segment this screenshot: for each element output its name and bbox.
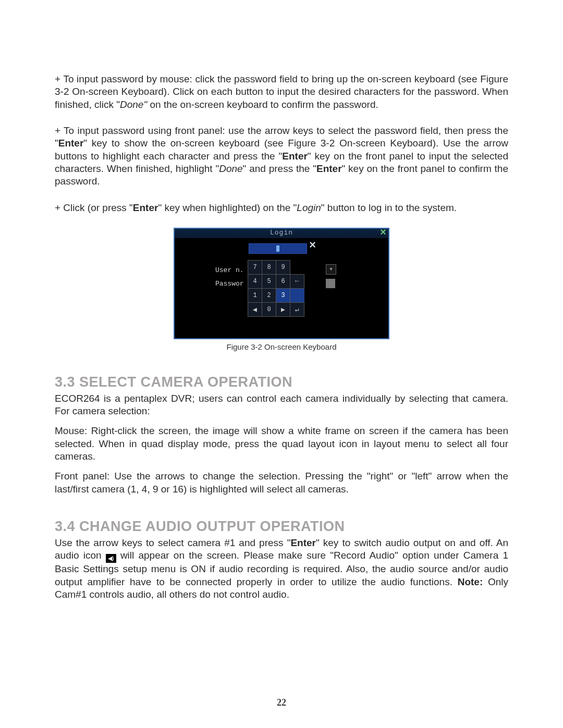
key-9[interactable]: 9 — [276, 260, 290, 274]
text-enter: Enter — [58, 138, 84, 149]
para-input-by-front-panel: + To input password using front panel: u… — [55, 125, 508, 188]
heading-3-3: 3.3 SELECT CAMERA OPERATION — [55, 374, 508, 390]
key-7[interactable]: 7 — [248, 260, 262, 274]
dropdown-icon[interactable]: ▾ — [326, 264, 336, 275]
audio-icon: ◀) — [106, 554, 116, 563]
text: + Click (or press " — [55, 202, 133, 213]
text: Use the arrow keys to select camera #1 a… — [55, 537, 290, 548]
key-enter-icon[interactable]: ↵ — [290, 302, 304, 316]
close-icon[interactable]: × — [380, 228, 386, 239]
key-6[interactable]: 6 — [276, 274, 290, 288]
text: " and press the " — [243, 163, 316, 174]
login-titlebar: Login × — [175, 229, 388, 238]
login-title: Login — [175, 229, 388, 237]
heading-3-4: 3.4 CHANGE AUDIO OUTPUT OPERATION — [55, 519, 508, 535]
key-0[interactable]: 0 — [262, 302, 276, 316]
keypad-close-icon[interactable]: × — [309, 239, 316, 252]
figure-caption: Figure 3-2 On-screen Keyboard — [55, 342, 508, 351]
key-4[interactable]: 4 — [248, 274, 262, 288]
key-blank — [290, 260, 304, 274]
text-enter: Enter — [282, 151, 308, 162]
text: will appear on the screen. Please make s… — [55, 550, 508, 587]
para-34: Use the arrow keys to select camera #1 a… — [55, 537, 508, 601]
document-page: + To input password by mouse: click the … — [0, 0, 563, 728]
password-textfield[interactable] — [249, 243, 307, 254]
text-enter: Enter — [316, 163, 342, 174]
text: " button to log in to the system. — [321, 202, 457, 213]
key-backspace-icon[interactable]: ← — [290, 274, 304, 288]
keypad: 7 8 9 4 5 6 ← 1 2 3 — [248, 260, 304, 317]
text-done: Done" — [120, 99, 147, 110]
key-right-icon[interactable]: ▶ — [276, 302, 290, 316]
para-33c: Front panel: Use the arrows to change th… — [55, 470, 508, 496]
text: " key when highlighted) on the " — [158, 202, 297, 213]
key-5[interactable]: 5 — [262, 274, 276, 288]
page-number: 22 — [0, 697, 563, 708]
key-left-icon[interactable]: ◀ — [248, 302, 262, 316]
label-user: User n. — [215, 266, 244, 274]
key-2[interactable]: 2 — [262, 288, 276, 302]
key-blank-highlight — [290, 288, 304, 302]
text-enter: Enter — [290, 537, 316, 548]
text: on the on-screen keyboard to confirm the… — [147, 99, 378, 110]
key-8[interactable]: 8 — [262, 260, 276, 274]
key-1[interactable]: 1 — [248, 288, 262, 302]
login-dialog: Login × × User n. Passwor 7 8 9 4 5 — [174, 228, 389, 339]
text-done: Done — [219, 163, 242, 174]
password-box[interactable] — [326, 279, 335, 288]
caret-icon — [276, 245, 279, 252]
figure-keyboard-wrap: Login × × User n. Passwor 7 8 9 4 5 — [55, 228, 508, 351]
label-password: Passwor — [215, 280, 244, 288]
para-33b: Mouse: Right-click the screen, the image… — [55, 425, 508, 463]
text-login: Login — [297, 202, 321, 213]
para-33a: ECOR264 is a pentaplex DVR; users can co… — [55, 392, 508, 418]
para-login-click: + Click (or press "Enter" key when highl… — [55, 202, 508, 214]
text-enter: Enter — [133, 202, 158, 213]
key-3[interactable]: 3 — [276, 288, 290, 302]
para-input-by-mouse: + To input password by mouse: click the … — [55, 73, 508, 111]
text-note: Note: — [458, 576, 483, 587]
